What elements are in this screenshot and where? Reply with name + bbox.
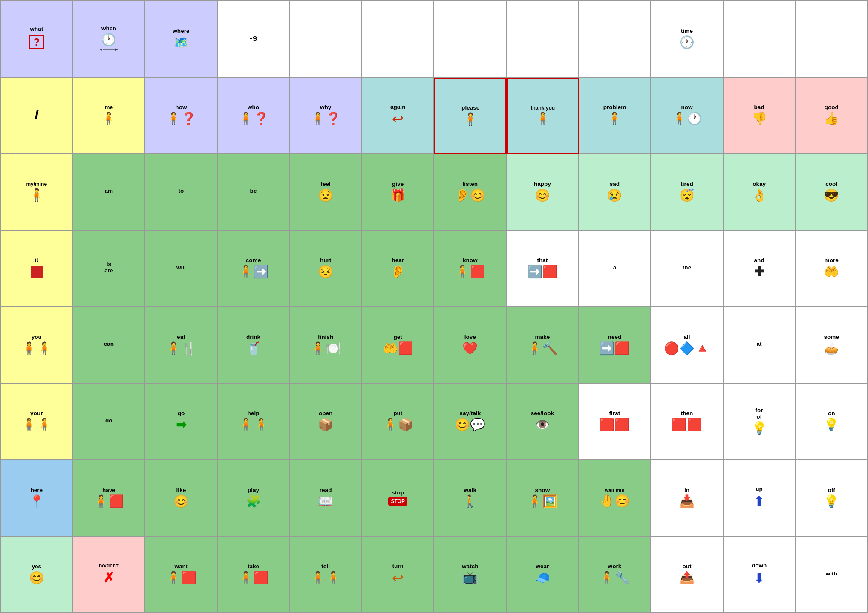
cell-read[interactable]: read 📖 (290, 460, 362, 537)
cell-empty-r0c5 (362, 1, 435, 78)
cell-all[interactable]: all 🔴🔷🔺 (651, 307, 724, 384)
cell-down[interactable]: down ⬇ (724, 537, 796, 613)
cell-in[interactable]: in 📥 (651, 460, 724, 537)
icon-it (31, 266, 43, 278)
cell-have[interactable]: have 🧍🟥 (73, 460, 146, 537)
icon-work: 🧍🔧 (599, 572, 630, 584)
cell-finish[interactable]: finish 🧍🍽️ (290, 307, 362, 384)
cell-stop[interactable]: stop STOP (362, 460, 435, 537)
cell-mymine[interactable]: my/mine 🧍 (1, 154, 73, 231)
cell-drink[interactable]: drink 🥤 (218, 307, 290, 384)
cell-tell[interactable]: tell 🧍🧍 (290, 537, 362, 613)
cell-your[interactable]: your 🧍🧍 (1, 384, 73, 460)
cell-please[interactable]: please 🧍 (434, 78, 507, 154)
cell-suffix-s[interactable]: -s (218, 1, 290, 78)
cell-need[interactable]: need ➡️🟥 (579, 307, 652, 384)
cell-seelook[interactable]: see/look 👁️ (507, 384, 579, 460)
label-read: read (320, 487, 332, 494)
cell-hear[interactable]: hear 👂 (362, 231, 435, 307)
cell-give[interactable]: give 🎁 (362, 154, 435, 231)
cell-good[interactable]: good 👍 (796, 78, 868, 154)
cell-put[interactable]: put 🧍📦 (362, 384, 435, 460)
cell-turn[interactable]: turn ↩ (362, 537, 435, 613)
cell-who[interactable]: who 🧍❓ (218, 78, 290, 154)
cell-off[interactable]: off 💡 (796, 460, 868, 537)
cell-is-are[interactable]: isare (73, 231, 146, 307)
cell-problem[interactable]: problem 🧍 (579, 78, 652, 154)
cell-go[interactable]: go ➡ (145, 384, 218, 460)
cell-sad[interactable]: sad 😢 (579, 154, 652, 231)
cell-forof[interactable]: forof 💡 (724, 384, 796, 460)
cell-empty-r0c8 (579, 1, 652, 78)
cell-watch[interactable]: watch 📺 (434, 537, 507, 613)
cell-to[interactable]: to (145, 154, 218, 231)
cell-time[interactable]: time 🕐 (651, 1, 724, 78)
cell-I[interactable]: I (1, 78, 73, 154)
cell-be[interactable]: be (218, 154, 290, 231)
cell-out[interactable]: out 📤 (651, 537, 724, 613)
cell-bad[interactable]: bad 👎 (724, 78, 796, 154)
cell-listen[interactable]: listen 👂😊 (434, 154, 507, 231)
icon-tired: 😴 (679, 189, 695, 202)
cell-when[interactable]: when 🕐 ◄────► (73, 1, 146, 78)
cell-cool[interactable]: cool 😎 (796, 154, 868, 231)
cell-at[interactable]: at (724, 307, 796, 384)
label-who: who (248, 104, 259, 111)
cell-nodont[interactable]: no/don't ✗ (73, 537, 146, 613)
cell-like[interactable]: like 😊 (145, 460, 218, 537)
cell-am[interactable]: am (73, 154, 146, 231)
cell-you[interactable]: you 🧍🧍 (1, 307, 73, 384)
cell-on[interactable]: on 💡 (796, 384, 868, 460)
cell-here[interactable]: here 📍 (1, 460, 73, 537)
cell-love[interactable]: love ❤️ (434, 307, 507, 384)
cell-then[interactable]: then 🟥🟥 (651, 384, 724, 460)
cell-walk[interactable]: walk 🚶 (434, 460, 507, 537)
cell-it[interactable]: it (1, 231, 73, 307)
cell-first[interactable]: first 🟥🟥 (579, 384, 652, 460)
icon-sad: 😢 (607, 189, 622, 202)
cell-thankyou[interactable]: thank you 🧍 (507, 78, 579, 154)
cell-can[interactable]: can (73, 307, 146, 384)
cell-yes[interactable]: yes 😊 (1, 537, 73, 613)
cell-some[interactable]: some 🥧 (796, 307, 868, 384)
cell-and[interactable]: and ✚ (724, 231, 796, 307)
cell-okay[interactable]: okay 👌 (724, 154, 796, 231)
cell-again[interactable]: again ↩ (362, 78, 435, 154)
cell-eat[interactable]: eat 🧍🍴 (145, 307, 218, 384)
cell-what[interactable]: what ? (1, 1, 73, 78)
cell-work[interactable]: work 🧍🔧 (579, 537, 652, 613)
cell-now[interactable]: now 🧍🕐 (651, 78, 724, 154)
cell-with[interactable]: with (796, 537, 868, 613)
cell-that[interactable]: that ➡️🟥 (507, 231, 579, 307)
cell-a[interactable]: a (579, 231, 652, 307)
cell-get[interactable]: get 🤲🟥 (362, 307, 435, 384)
cell-up[interactable]: up ⬆ (724, 460, 796, 537)
cell-more[interactable]: more 🤲 (796, 231, 868, 307)
cell-open[interactable]: open 📦 (290, 384, 362, 460)
cell-wear[interactable]: wear 🧢 (507, 537, 579, 613)
cell-come[interactable]: come 🧍➡️ (218, 231, 290, 307)
cell-show[interactable]: show 🧍🖼️ (507, 460, 579, 537)
cell-saytalk[interactable]: say/talk 😊💬 (434, 384, 507, 460)
cell-why[interactable]: why 🧍❓ (290, 78, 362, 154)
cell-waitmin[interactable]: wait min 🤚😊 (579, 460, 652, 537)
cell-me[interactable]: me 🧍 (73, 78, 146, 154)
label-first: first (609, 411, 620, 417)
cell-do[interactable]: do (73, 384, 146, 460)
cell-hurt[interactable]: hurt 😣 (290, 231, 362, 307)
cell-want[interactable]: want 🧍🟥 (145, 537, 218, 613)
cell-make[interactable]: make 🧍🔨 (507, 307, 579, 384)
cell-help[interactable]: help 🧍🧍 (218, 384, 290, 460)
icon-saytalk: 😊💬 (455, 419, 485, 431)
cell-the[interactable]: the (651, 231, 724, 307)
label-on: on (828, 411, 835, 417)
cell-play[interactable]: play 🧩 (218, 460, 290, 537)
cell-tired[interactable]: tired 😴 (651, 154, 724, 231)
cell-happy[interactable]: happy 😊 (507, 154, 579, 231)
cell-how[interactable]: how 🧍❓ (145, 78, 218, 154)
cell-take[interactable]: take 🧍🟥 (218, 537, 290, 613)
cell-where[interactable]: where 🗺️ (145, 1, 218, 78)
cell-know[interactable]: know 🧍🟥 (434, 231, 507, 307)
cell-will[interactable]: will (145, 231, 218, 307)
cell-feel[interactable]: feel 😟 (290, 154, 362, 231)
